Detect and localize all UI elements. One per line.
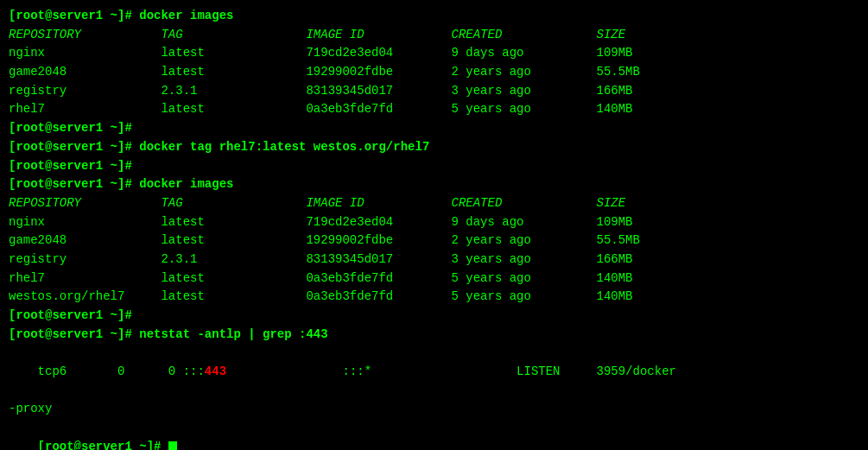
line-17: [root@server1 ~]# (9, 307, 859, 326)
line-8: [root@server1 ~]# docker tag rhel7:lates… (9, 138, 859, 157)
line-3: nginx latest 719cd2e3ed04 9 days ago 109… (9, 44, 859, 63)
line-1: [root@server1 ~]# docker images (9, 7, 859, 26)
final-prompt-text: [root@server1 ~]# (38, 440, 168, 450)
line-6: rhel7 latest 0a3eb3fde7fd 5 years ago 14… (9, 100, 859, 119)
netstat-after: :::* LISTEN 3959/docker (226, 364, 676, 378)
terminal-window: [root@server1 ~]# docker images REPOSITO… (9, 7, 859, 450)
line-10: [root@server1 ~]# docker images (9, 175, 859, 194)
line-14: registry 2.3.1 83139345d017 3 years ago … (9, 250, 859, 269)
line-netstat: tcp6 0 0 :::443 :::* LISTEN 3959/docker (9, 344, 859, 400)
line-11: REPOSITORY TAG IMAGE ID CREATED SIZE (9, 194, 859, 213)
line-18: [root@server1 ~]# netstat -antlp | grep … (9, 326, 859, 345)
line-9: [root@server1 ~]# (9, 157, 859, 176)
line-13: game2048 latest 19299002fdbe 2 years ago… (9, 231, 859, 250)
netstat-before: tcp6 0 0 ::: (38, 364, 205, 378)
netstat-port: 443 (205, 364, 226, 378)
line-7: [root@server1 ~]# (9, 119, 859, 138)
line-16: westos.org/rhel7 latest 0a3eb3fde7fd 5 y… (9, 288, 859, 307)
line-5: registry 2.3.1 83139345d017 3 years ago … (9, 82, 859, 101)
line-15: rhel7 latest 0a3eb3fde7fd 5 years ago 14… (9, 269, 859, 288)
cursor-block (168, 441, 177, 450)
line-4: game2048 latest 19299002fdbe 2 years ago… (9, 63, 859, 82)
line-proxy: -proxy (9, 400, 859, 419)
line-2: REPOSITORY TAG IMAGE ID CREATED SIZE (9, 26, 859, 45)
line-12: nginx latest 719cd2e3ed04 9 days ago 109… (9, 213, 859, 232)
line-final-prompt[interactable]: [root@server1 ~]# (9, 419, 859, 450)
